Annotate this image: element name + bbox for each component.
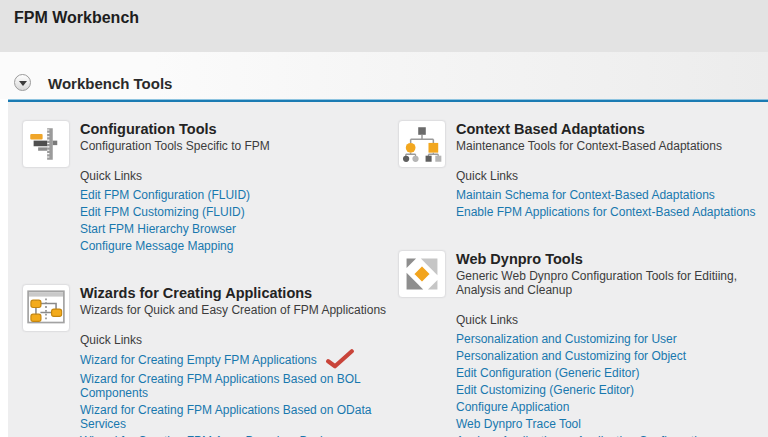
link-row: Personalization and Customizing for Obje… [456, 349, 760, 363]
link-row: Start FPM Hierarchy Browser [80, 222, 390, 236]
link-row: Maintain Schema for Context-Based Adapta… [456, 188, 760, 202]
link-row: Edit FPM Customizing (FLUID) [80, 205, 390, 219]
quick-link[interactable]: Configure Message Mapping [80, 239, 233, 253]
quick-links-list: Maintain Schema for Context-Based Adapta… [456, 188, 760, 219]
quick-link[interactable]: Edit FPM Customizing (FLUID) [80, 205, 245, 219]
quick-link[interactable]: Web Dynpro Trace Tool [456, 417, 581, 431]
quick-link[interactable]: Personalization and Customizing for User [456, 332, 677, 346]
section-collapse-button[interactable] [14, 74, 31, 91]
section-header: Workbench Tools [0, 52, 768, 99]
workbench-tools-panel: Configuration Tools Configuration Tools … [8, 102, 768, 437]
quick-links-list: Personalization and Customizing for User… [456, 332, 760, 437]
pinwheel-icon [398, 250, 446, 298]
quick-link[interactable]: Edit Customizing (Generic Editor) [456, 383, 634, 397]
group-subtitle: Maintenance Tools for Context-Based Adap… [456, 140, 760, 154]
quick-links-label: Quick Links [80, 169, 390, 183]
link-row: Web Dynpro Trace Tool [456, 417, 760, 431]
group-title: Context Based Adaptations [456, 121, 760, 137]
column-right: Context Based Adaptations Maintenance To… [390, 120, 760, 437]
group-subtitle: Configuration Tools Specific to FPM [80, 140, 388, 154]
context-tree-icon [398, 120, 446, 168]
link-row: Wizard for Creating FPM Applications Bas… [80, 403, 390, 431]
quick-link[interactable]: Personalization and Customizing for Obje… [456, 349, 686, 363]
quick-links-list: Edit FPM Configuration (FLUID)Edit FPM C… [80, 188, 390, 253]
quick-link[interactable]: Edit Configuration (Generic Editor) [456, 366, 639, 380]
quick-link[interactable]: Wizard for Creating FPM Applications Bas… [80, 372, 390, 400]
quick-link[interactable]: Wizard for Creating FPM Applications Bas… [80, 403, 390, 431]
group-title: Web Dynpro Tools [456, 251, 760, 267]
quick-link[interactable]: Start FPM Hierarchy Browser [80, 222, 236, 236]
column-left: Configuration Tools Configuration Tools … [22, 120, 390, 437]
group-title: Configuration Tools [80, 121, 390, 137]
group-context-based-adaptations: Context Based Adaptations Maintenance To… [398, 120, 760, 222]
link-row: Configure Application [456, 400, 760, 414]
wizard-flow-icon [22, 284, 70, 332]
quick-link[interactable]: Maintain Schema for Context-Based Adapta… [456, 188, 715, 202]
link-row: Edit FPM Configuration (FLUID) [80, 188, 390, 202]
group-configuration-tools: Configuration Tools Configuration Tools … [22, 120, 390, 256]
section-title: Workbench Tools [48, 75, 172, 92]
quick-link[interactable]: Enable FPM Applications for Context-Base… [456, 205, 756, 219]
link-row: Wizard for Creating FPM Applications Bas… [80, 372, 390, 400]
group-subtitle: Wizards for Quick and Easy Creation of F… [80, 304, 388, 318]
page-title: FPM Workbench [14, 9, 754, 27]
quick-links-label: Quick Links [456, 313, 760, 327]
quick-link[interactable]: Edit FPM Configuration (FLUID) [80, 188, 250, 202]
link-row: Edit Configuration (Generic Editor) [456, 366, 760, 380]
triangle-down-icon [19, 81, 27, 86]
link-row: Edit Customizing (Generic Editor) [456, 383, 760, 397]
link-row: Wizard for Creating Empty FPM Applicatio… [80, 352, 390, 369]
quick-links-label: Quick Links [80, 333, 390, 347]
group-subtitle: Generic Web Dynpro Configuration Tools f… [456, 270, 760, 298]
link-row: Configure Message Mapping [80, 239, 390, 253]
group-wizards-for-creating-applications: Wizards for Creating Applications Wizard… [22, 284, 390, 437]
link-row: Personalization and Customizing for User [456, 332, 760, 346]
link-row: Enable FPM Applications for Context-Base… [456, 205, 760, 219]
quick-links-list: Wizard for Creating Empty FPM Applicatio… [80, 352, 390, 437]
quick-link[interactable]: Configure Application [456, 400, 569, 414]
quick-link[interactable]: Wizard for Creating Empty FPM Applicatio… [80, 353, 317, 367]
group-web-dynpro-tools: Web Dynpro Tools Generic Web Dynpro Conf… [398, 250, 760, 437]
group-title: Wizards for Creating Applications [80, 285, 390, 301]
caliper-icon [22, 120, 70, 168]
red-checkmark-icon [325, 349, 355, 369]
app-header: FPM Workbench [0, 0, 768, 52]
quick-links-label: Quick Links [456, 169, 760, 183]
